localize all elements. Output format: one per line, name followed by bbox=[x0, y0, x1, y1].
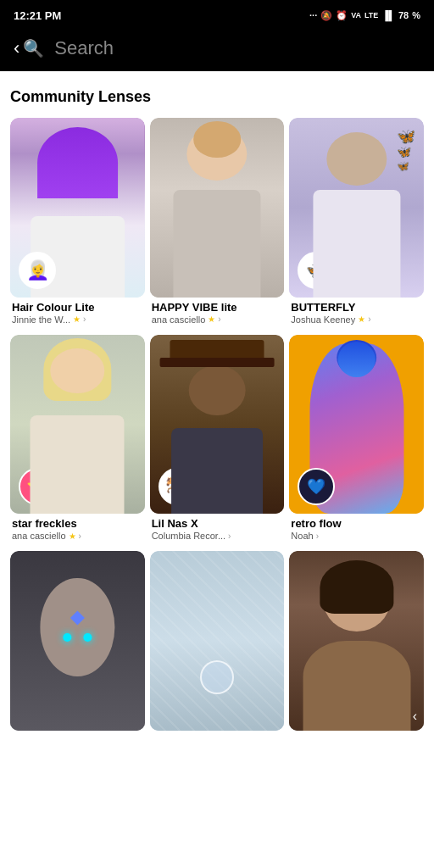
search-input[interactable] bbox=[54, 37, 420, 59]
lens-creator: Joshua Keeney ★ › bbox=[291, 314, 422, 325]
lens-card-happy-vibe-lite[interactable]: HAPPYVIBElite HAPPY VIBE lite ana cascie… bbox=[150, 118, 285, 330]
lens-info: HAPPY VIBE lite ana casciello ★ › bbox=[150, 298, 285, 330]
lens-info: Lil Nas X Columbia Recor... › bbox=[150, 514, 285, 546]
lens-card-star-freckles[interactable]: ⭐ star freckles ana casciello ★ › bbox=[10, 335, 145, 547]
chevron-right-icon: › bbox=[79, 531, 81, 541]
search-icon: 🔍 bbox=[23, 38, 44, 58]
lens-name: retro flow bbox=[291, 517, 422, 530]
lens-thumb: 🦋 🦋 🦋 🦋 bbox=[289, 118, 424, 298]
back-button[interactable]: ‹ 🔍 bbox=[14, 37, 44, 59]
lens-thumb: 🐎 bbox=[150, 335, 285, 515]
lens-creator: Columbia Recor... › bbox=[152, 531, 283, 541]
gem-face bbox=[41, 578, 114, 676]
lens-info: BUTTERFLY Joshua Keeney ★ › bbox=[289, 298, 424, 330]
lens-creator: ana casciello ★ › bbox=[152, 314, 283, 325]
star-icon: ★ bbox=[69, 531, 76, 541]
lens-card-woman-natural[interactable]: ‹ bbox=[289, 551, 424, 775]
lens-name: HAPPY VIBE lite bbox=[152, 301, 283, 314]
lens-card-lil-nas-x[interactable]: 🐎 Lil Nas X Columbia Recor... › bbox=[150, 335, 285, 547]
lens-name: BUTTERFLY bbox=[291, 301, 422, 314]
mute-icon: 🔕 bbox=[320, 10, 332, 21]
star-icon: ★ bbox=[358, 314, 365, 324]
lte-icon: LTE bbox=[364, 11, 378, 19]
lens-card-gem-eyes[interactable] bbox=[10, 551, 145, 775]
lens-thumb: HAPPYVIBElite bbox=[150, 118, 285, 298]
gem-eye-right bbox=[83, 633, 92, 642]
lens-name: Hair Colour Lite bbox=[12, 301, 143, 314]
star-icon: ★ bbox=[208, 314, 215, 324]
search-bar: ‹ 🔍 bbox=[0, 31, 434, 71]
chevron-left-icon: ‹ bbox=[14, 37, 19, 59]
lens-thumb: ⭐ bbox=[10, 335, 145, 515]
lens-creator: ana casciello ★ › bbox=[12, 531, 143, 541]
main-content: Community Lenses 👩‍🦳 bbox=[0, 71, 434, 834]
lens-info: star freckles ana casciello ★ › bbox=[10, 514, 145, 546]
signal-bars-icon: ▐▌ bbox=[381, 10, 395, 20]
lens-thumb bbox=[10, 551, 145, 731]
lens-card-retro-flow[interactable]: 💙 retro flow Noah › bbox=[289, 335, 424, 547]
chevron-right-icon: › bbox=[368, 314, 370, 324]
lens-name: Lil Nas X bbox=[152, 517, 283, 530]
gem-eye-left bbox=[63, 633, 71, 642]
lens-thumb bbox=[150, 551, 285, 731]
status-icons: ··· 🔕 ⏰ VA LTE ▐▌ 78% bbox=[309, 10, 420, 21]
butterflies-decoration: 🦋 🦋 🦋 bbox=[397, 126, 415, 174]
lens-name: star freckles bbox=[12, 517, 143, 530]
section-title: Community Lenses bbox=[10, 88, 424, 106]
lens-card-hair-colour-lite[interactable]: 👩‍🦳 Hair Colour Lite Jinnie the W... ★ › bbox=[10, 118, 145, 330]
star-icon: ★ bbox=[73, 314, 81, 324]
battery-percent: 78 bbox=[398, 10, 409, 20]
chevron-right-icon: › bbox=[228, 531, 231, 541]
lens-info: Hair Colour Lite Jinnie the W... ★ › bbox=[10, 298, 145, 330]
lens-creator: Jinnie the W... ★ › bbox=[12, 314, 143, 325]
frost-circle-icon bbox=[200, 660, 234, 694]
lens-card-butterfly[interactable]: 🦋 🦋 🦋 🦋 BUTTERFLY Joshua Keeney ★ › bbox=[289, 118, 424, 330]
lens-creator: Noah › bbox=[291, 531, 422, 541]
status-bar: 12:21 PM ··· 🔕 ⏰ VA LTE ▐▌ 78% bbox=[0, 0, 434, 31]
lens-thumb: ‹ bbox=[289, 551, 424, 731]
lens-card-frost[interactable] bbox=[150, 551, 285, 775]
chevron-right-icon: › bbox=[316, 531, 319, 541]
lenses-grid: 👩‍🦳 Hair Colour Lite Jinnie the W... ★ › bbox=[10, 118, 424, 776]
signal-dots-icon: ··· bbox=[309, 10, 317, 20]
lens-avatar: 👩‍🦳 bbox=[19, 252, 56, 289]
gem-diamond bbox=[70, 611, 85, 626]
status-time: 12:21 PM bbox=[14, 9, 61, 22]
lens-info: retro flow Noah › bbox=[289, 514, 424, 546]
va-icon: VA bbox=[351, 11, 361, 19]
alarm-icon: ⏰ bbox=[336, 10, 348, 21]
chevron-right-icon: › bbox=[218, 314, 220, 324]
chevron-right-icon: › bbox=[83, 314, 86, 324]
search-input-wrap[interactable] bbox=[54, 37, 420, 59]
lens-thumb: 👩‍🦳 bbox=[10, 118, 145, 298]
lens-thumb: 💙 bbox=[289, 335, 424, 515]
